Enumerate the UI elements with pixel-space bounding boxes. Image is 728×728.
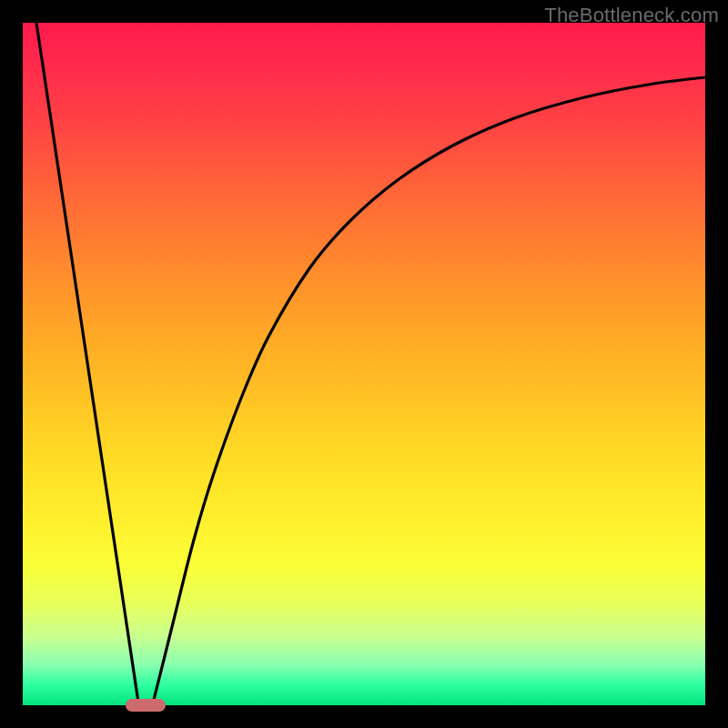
curve-layer [23,23,705,705]
right-branch-curve [153,77,706,705]
plot-area [23,23,705,705]
left-branch-curve [36,23,139,705]
watermark-text: TheBottleneck.com [544,4,719,27]
chart-container: TheBottleneck.com [0,0,728,728]
bottleneck-marker [126,699,166,712]
